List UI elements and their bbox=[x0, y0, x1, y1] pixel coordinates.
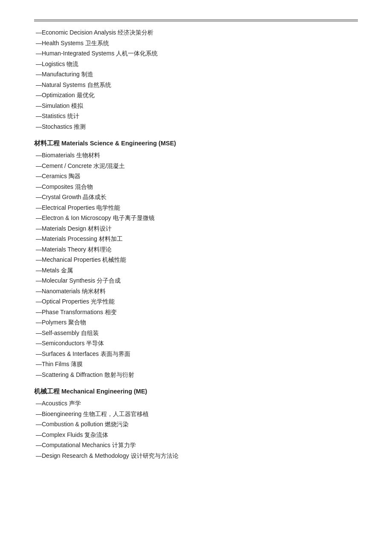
divider-top bbox=[34, 20, 358, 20]
list-item: —Composites 混合物 bbox=[34, 182, 358, 192]
me-items: —Acoustics 声学—Bioengineering 生物工程，人工器官移植… bbox=[34, 398, 358, 461]
list-item: —Biomaterials 生物材料 bbox=[34, 150, 358, 161]
list-item: —Optical Properties 光学性能 bbox=[34, 296, 358, 307]
list-item: —Polymers 聚合物 bbox=[34, 317, 358, 328]
list-item: —Electron & Ion Microscopy 电子离子显微镜 bbox=[34, 213, 358, 223]
list-item: —Materials Design 材料设计 bbox=[34, 223, 358, 234]
list-item: —Molecular Synthesis 分子合成 bbox=[34, 275, 358, 286]
list-item: —Bioengineering 生物工程，人工器官移植 bbox=[34, 409, 358, 419]
list-item: —Metals 金属 bbox=[34, 265, 358, 276]
list-item: —Semiconductors 半导体 bbox=[34, 338, 358, 349]
me-header: 机械工程 Mechanical Engineering (ME) bbox=[34, 387, 358, 396]
list-item: —Health Systems 卫生系统 bbox=[34, 38, 358, 49]
list-item: —Self-assembly 自组装 bbox=[34, 328, 358, 338]
list-item: —Complex Fluids 复杂流体 bbox=[34, 430, 358, 440]
list-item: —Mechanical Properties 机械性能 bbox=[34, 254, 358, 265]
mse-header: 材料工程 Materials Science & Engineering (MS… bbox=[34, 139, 358, 147]
list-item: —Electrical Properties 电学性能 bbox=[34, 202, 358, 213]
list-item: —Scattering & Diffraction 散射与衍射 bbox=[34, 370, 358, 380]
ie-items-section: —Economic Decision Analysis 经济决策分析—Healt… bbox=[34, 27, 358, 132]
list-item: —Optimization 最优化 bbox=[34, 90, 358, 101]
list-item: —Design Research & Methodology 设计研究与方法论 bbox=[34, 451, 358, 461]
mse-items: —Biomaterials 生物材料—Cement / Concrete 水泥/… bbox=[34, 150, 358, 380]
list-item: —Crystal Growth 晶体成长 bbox=[34, 192, 358, 202]
list-item: —Manufacturing 制造 bbox=[34, 69, 358, 80]
list-item: —Cement / Concrete 水泥/混凝土 bbox=[34, 161, 358, 171]
list-item: —Logistics 物流 bbox=[34, 59, 358, 69]
list-item: —Nanomaterials 纳米材料 bbox=[34, 286, 358, 297]
me-section: 机械工程 Mechanical Engineering (ME) —Acoust… bbox=[34, 387, 358, 461]
divider-top2 bbox=[34, 21, 358, 21]
list-item: —Statistics 统计 bbox=[34, 111, 358, 121]
list-item: —Materials Theory 材料理论 bbox=[34, 244, 358, 255]
list-item: —Human-Integrated Systems 人机一体化系统 bbox=[34, 48, 358, 59]
list-item: —Ceramics 陶器 bbox=[34, 171, 358, 182]
list-item: —Combustion & pollution 燃烧污染 bbox=[34, 419, 358, 430]
list-item: —Computational Mechanics 计算力学 bbox=[34, 440, 358, 451]
list-item: —Natural Systems 自然系统 bbox=[34, 80, 358, 90]
list-item: —Stochastics 推测 bbox=[34, 121, 358, 132]
list-item: —Acoustics 声学 bbox=[34, 398, 358, 409]
list-item: —Surfaces & Interfaces 表面与界面 bbox=[34, 349, 358, 359]
list-item: —Thin Films 薄膜 bbox=[34, 359, 358, 370]
mse-section: 材料工程 Materials Science & Engineering (MS… bbox=[34, 139, 358, 380]
list-item: —Economic Decision Analysis 经济决策分析 bbox=[34, 27, 358, 38]
list-item: —Simulation 模拟 bbox=[34, 101, 358, 111]
list-item: —Materials Processing 材料加工 bbox=[34, 234, 358, 244]
list-item: —Phase Transformations 相变 bbox=[34, 307, 358, 318]
